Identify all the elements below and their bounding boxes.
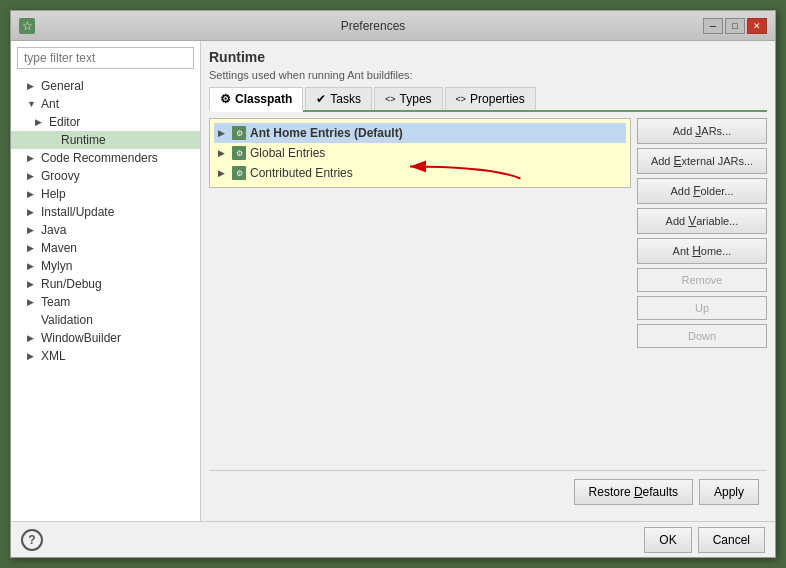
sidebar-item-run-debug[interactable]: ▶ Run/Debug: [11, 275, 200, 293]
action-buttons-panel: Add JARs... Add External JARs... Add Fol…: [637, 118, 767, 470]
arrow-icon: ▶: [27, 81, 37, 91]
restore-defaults-button[interactable]: Restore Defaults: [574, 479, 693, 505]
sidebar-label: Mylyn: [41, 259, 72, 273]
arrow-icon: ▶: [27, 243, 37, 253]
sidebar-item-ant[interactable]: ▼ Ant: [11, 95, 200, 113]
arrow-icon: ▶: [27, 333, 37, 343]
classpath-tab-label: Classpath: [235, 92, 292, 106]
content-area: ▶ ⚙ Ant Home Entries (Default) ▶ ⚙ Globa…: [209, 118, 767, 470]
arrow-icon: ▶: [27, 153, 37, 163]
entry-classpath-icon: ⚙: [232, 146, 246, 160]
arrow-icon: ▶: [35, 117, 45, 127]
sidebar-label: Editor: [49, 115, 80, 129]
footer-bar: ? OK Cancel: [11, 521, 775, 557]
tab-properties[interactable]: <> Properties: [445, 87, 536, 110]
sidebar-label: Runtime: [61, 133, 106, 147]
entry-label: Contributed Entries: [250, 166, 353, 180]
down-button[interactable]: Down: [637, 324, 767, 348]
sidebar-label: Code Recommenders: [41, 151, 158, 165]
preferences-window: ☆ Preferences ─ □ ✕ ▶ General ▼ Ant: [10, 10, 776, 558]
arrow-icon: ▶: [27, 279, 37, 289]
arrow-icon: ▶: [27, 189, 37, 199]
up-button[interactable]: Up: [637, 296, 767, 320]
sidebar-item-xml[interactable]: ▶ XML: [11, 347, 200, 365]
right-panel: Runtime Settings used when running Ant b…: [201, 41, 775, 521]
restore-apply-bar: Restore Defaults Apply: [209, 470, 767, 513]
ok-cancel-buttons: OK Cancel: [644, 527, 765, 553]
sidebar-item-team[interactable]: ▶ Team: [11, 293, 200, 311]
sidebar-item-editor[interactable]: ▶ Editor: [11, 113, 200, 131]
entry-classpath-icon: ⚙: [232, 126, 246, 140]
arrow-icon: ▶: [27, 207, 37, 217]
arrow-icon: ▶: [27, 351, 37, 361]
sidebar-item-install-update[interactable]: ▶ Install/Update: [11, 203, 200, 221]
filter-input[interactable]: [17, 47, 194, 69]
sidebar-item-general[interactable]: ▶ General: [11, 77, 200, 95]
sidebar-item-java[interactable]: ▶ Java: [11, 221, 200, 239]
entry-label: Ant Home Entries (Default): [250, 126, 403, 140]
arrow-icon: ▶: [27, 225, 37, 235]
sidebar-tree: ▶ General ▼ Ant ▶ Editor Runtime ▶ Co: [11, 75, 200, 521]
minimize-button[interactable]: ─: [703, 18, 723, 34]
window-controls: ─ □ ✕: [703, 18, 767, 34]
sidebar-label: Install/Update: [41, 205, 114, 219]
arrow-icon: ▶: [27, 171, 37, 181]
entry-ant-home[interactable]: ▶ ⚙ Ant Home Entries (Default): [214, 123, 626, 143]
close-button[interactable]: ✕: [747, 18, 767, 34]
add-variable-button[interactable]: Add Variable...: [637, 208, 767, 234]
sidebar-item-code-recommenders[interactable]: ▶ Code Recommenders: [11, 149, 200, 167]
help-button[interactable]: ?: [21, 529, 43, 551]
sidebar-item-help[interactable]: ▶ Help: [11, 185, 200, 203]
tab-tasks[interactable]: ✔ Tasks: [305, 87, 372, 110]
sidebar-item-maven[interactable]: ▶ Maven: [11, 239, 200, 257]
entry-classpath-icon: ⚙: [232, 166, 246, 180]
arrow-icon: ▼: [27, 99, 37, 109]
bottom-right-buttons: Restore Defaults Apply: [574, 479, 759, 505]
classpath-tab-icon: ⚙: [220, 92, 231, 106]
tasks-tab-icon: ✔: [316, 92, 326, 106]
tasks-tab-label: Tasks: [330, 92, 361, 106]
panel-title: Runtime: [209, 49, 767, 65]
add-folder-button[interactable]: Add Folder...: [637, 178, 767, 204]
sidebar-label: Team: [41, 295, 70, 309]
maximize-button[interactable]: □: [725, 18, 745, 34]
tab-classpath[interactable]: ⚙ Classpath: [209, 87, 303, 112]
sidebar-item-validation[interactable]: Validation: [11, 311, 200, 329]
properties-tab-icon: <>: [456, 94, 467, 104]
sidebar-label: Run/Debug: [41, 277, 102, 291]
sidebar-label: Java: [41, 223, 66, 237]
types-tab-icon: <>: [385, 94, 396, 104]
types-tab-label: Types: [400, 92, 432, 106]
cancel-button[interactable]: Cancel: [698, 527, 765, 553]
tab-bar: ⚙ Classpath ✔ Tasks <> Types <> Properti…: [209, 87, 767, 112]
app-icon: ☆: [19, 18, 35, 34]
ant-home-button[interactable]: Ant Home...: [637, 238, 767, 264]
remove-button[interactable]: Remove: [637, 268, 767, 292]
sidebar-label: Validation: [41, 313, 93, 327]
sidebar-label: General: [41, 79, 84, 93]
apply-button[interactable]: Apply: [699, 479, 759, 505]
ok-button[interactable]: OK: [644, 527, 691, 553]
sidebar-item-groovy[interactable]: ▶ Groovy: [11, 167, 200, 185]
sidebar-label: Maven: [41, 241, 77, 255]
entry-global[interactable]: ▶ ⚙ Global Entries: [214, 143, 626, 163]
arrow-icon: ▶: [218, 168, 228, 178]
properties-tab-label: Properties: [470, 92, 525, 106]
sidebar-label: Groovy: [41, 169, 80, 183]
entry-label: Global Entries: [250, 146, 325, 160]
sidebar-item-mylyn[interactable]: ▶ Mylyn: [11, 257, 200, 275]
sidebar: ▶ General ▼ Ant ▶ Editor Runtime ▶ Co: [11, 41, 201, 521]
arrow-icon: ▶: [27, 261, 37, 271]
sidebar-item-runtime[interactable]: Runtime: [11, 131, 200, 149]
add-external-jars-button[interactable]: Add External JARs...: [637, 148, 767, 174]
tab-types[interactable]: <> Types: [374, 87, 443, 110]
entry-contributed[interactable]: ▶ ⚙ Contributed Entries: [214, 163, 626, 183]
sidebar-label: WindowBuilder: [41, 331, 121, 345]
add-jars-button[interactable]: Add JARs...: [637, 118, 767, 144]
tree-panel-wrapper: ▶ ⚙ Ant Home Entries (Default) ▶ ⚙ Globa…: [209, 118, 631, 470]
main-area: ▶ General ▼ Ant ▶ Editor Runtime ▶ Co: [11, 41, 775, 521]
arrow-icon: ▶: [27, 297, 37, 307]
sidebar-item-windowbuilder[interactable]: ▶ WindowBuilder: [11, 329, 200, 347]
classpath-tree: ▶ ⚙ Ant Home Entries (Default) ▶ ⚙ Globa…: [209, 118, 631, 188]
panel-description: Settings used when running Ant buildfile…: [209, 69, 767, 81]
